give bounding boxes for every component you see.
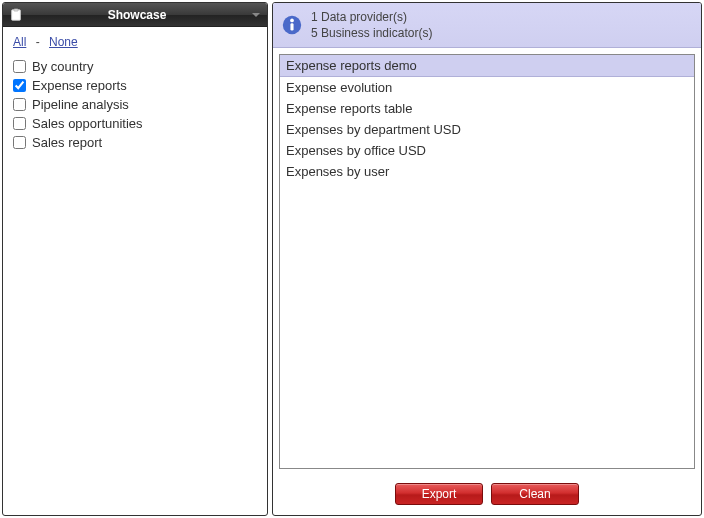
list-item[interactable]: Expenses by department USD <box>280 119 694 140</box>
list-header[interactable]: Expense reports demo <box>280 55 694 77</box>
category-item[interactable]: Pipeline analysis <box>13 95 257 114</box>
category-label: Sales report <box>32 135 102 150</box>
select-links: All - None <box>13 35 257 49</box>
category-label: Sales opportunities <box>32 116 143 131</box>
link-separator: - <box>36 35 40 49</box>
category-list: By countryExpense reportsPipeline analys… <box>13 57 257 152</box>
category-checkbox[interactable] <box>13 117 26 130</box>
category-label: Expense reports <box>32 78 127 93</box>
category-label: By country <box>32 59 93 74</box>
list-item[interactable]: Expense evolution <box>280 77 694 98</box>
list-item[interactable]: Expenses by user <box>280 161 694 182</box>
export-button[interactable]: Export <box>395 483 483 505</box>
select-none-link[interactable]: None <box>49 35 78 49</box>
info-bar: 1 Data provider(s) 5 Business indicator(… <box>273 3 701 48</box>
list-items: Expense evolutionExpense reports tableEx… <box>280 77 694 182</box>
list-item[interactable]: Expenses by office USD <box>280 140 694 161</box>
info-icon <box>281 14 303 36</box>
category-checkbox[interactable] <box>13 79 26 92</box>
left-panel-header[interactable]: Showcase <box>3 3 267 27</box>
category-label: Pipeline analysis <box>32 97 129 112</box>
left-panel: Showcase All - None By countryExpense re… <box>2 2 268 516</box>
info-text: 1 Data provider(s) 5 Business indicator(… <box>311 9 432 41</box>
info-line-2: 5 Business indicator(s) <box>311 25 432 41</box>
left-panel-body: All - None By countryExpense reportsPipe… <box>3 27 267 160</box>
category-checkbox[interactable] <box>13 98 26 111</box>
svg-rect-1 <box>14 8 18 10</box>
button-row: Export Clean <box>273 475 701 515</box>
svg-point-3 <box>290 19 294 23</box>
list-item[interactable]: Expense reports table <box>280 98 694 119</box>
category-item[interactable]: Sales report <box>13 133 257 152</box>
list-box: Expense reports demo Expense evolutionEx… <box>279 54 695 469</box>
svg-rect-4 <box>290 23 293 30</box>
info-line-1: 1 Data provider(s) <box>311 9 432 25</box>
category-item[interactable]: Sales opportunities <box>13 114 257 133</box>
category-checkbox[interactable] <box>13 60 26 73</box>
select-all-link[interactable]: All <box>13 35 26 49</box>
category-item[interactable]: Expense reports <box>13 76 257 95</box>
right-panel: 1 Data provider(s) 5 Business indicator(… <box>272 2 702 516</box>
chevron-down-icon[interactable] <box>251 10 261 20</box>
category-item[interactable]: By country <box>13 57 257 76</box>
clipboard-icon <box>9 8 23 22</box>
clean-button[interactable]: Clean <box>491 483 579 505</box>
category-checkbox[interactable] <box>13 136 26 149</box>
left-panel-title: Showcase <box>23 8 251 22</box>
